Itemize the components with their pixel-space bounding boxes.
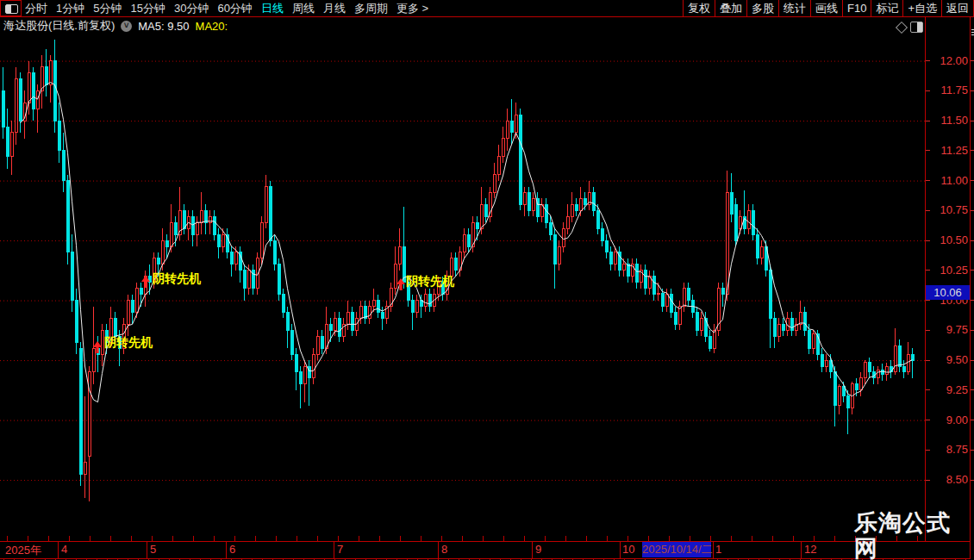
menu-item-分时[interactable]: 分时 (25, 0, 47, 16)
candle-body (846, 396, 849, 408)
week-tick (627, 536, 628, 541)
menu-item-月线[interactable]: 月线 (323, 0, 346, 16)
menu-item-更多 >[interactable]: 更多 > (396, 0, 428, 16)
candle-body (10, 133, 13, 157)
trading-app-window: 分时1分钟5分钟15分钟30分钟60分钟日线周线月线多周期更多 > 复权叠加多股… (0, 0, 974, 560)
candle-body (614, 252, 616, 264)
tool-button-叠加[interactable]: 叠加 (715, 0, 746, 16)
tool-button-返回[interactable]: 返回 (941, 0, 973, 16)
candle-body (622, 264, 625, 271)
candle-body (532, 198, 534, 210)
candle-body (709, 336, 711, 348)
candlestick-chart[interactable]: 阴转先机阴转先机阴转先机 (0, 34, 925, 511)
week-tick (214, 536, 215, 541)
candle-body (829, 360, 832, 372)
menu-bar: 分时1分钟5分钟15分钟30分钟60分钟日线周线月线多周期更多 > 复权叠加多股… (0, 0, 974, 17)
diamond-icon[interactable] (896, 22, 908, 34)
candle-body (747, 210, 750, 228)
price-tick (926, 60, 930, 61)
candle-body (463, 234, 465, 252)
tool-button-复权[interactable]: 复权 (683, 0, 715, 16)
menu-item-1分钟[interactable]: 1分钟 (56, 0, 84, 16)
time-axis-line (0, 541, 971, 542)
candle-body (782, 324, 784, 330)
month-label: 1 (715, 543, 721, 556)
candle-body (351, 312, 353, 330)
candle-body (790, 318, 793, 330)
tool-button-多股[interactable]: 多股 (746, 0, 778, 16)
week-tick (441, 536, 442, 541)
candle-body (687, 289, 690, 301)
candle-body (502, 139, 504, 157)
candle-body (484, 204, 487, 216)
chevron-down-icon[interactable]: ˅ (121, 21, 132, 32)
price-edge-tick (971, 300, 974, 301)
candle-body (273, 240, 276, 264)
candle-body (19, 78, 22, 121)
candle-body (183, 210, 185, 228)
window-layout-button[interactable] (0, 0, 22, 16)
candle-body (66, 181, 69, 252)
menu-item-30分钟[interactable]: 30分钟 (174, 0, 209, 16)
candle-body (6, 127, 9, 157)
tool-menu: 复权叠加多股统计画线F10标记+自选返回 (683, 0, 974, 16)
menu-item-日线[interactable]: 日线 (261, 0, 284, 16)
price-label: 10.25 (940, 264, 968, 277)
price-tick (926, 180, 930, 181)
candle-body (174, 222, 177, 234)
week-tick (379, 536, 380, 541)
menu-item-多周期[interactable]: 多周期 (354, 0, 388, 16)
price-edge-tick (971, 121, 974, 121)
price-tick (926, 270, 930, 271)
candle-body (157, 258, 159, 264)
candle-body (584, 198, 586, 204)
candle-body (670, 295, 672, 313)
candle-body (808, 330, 810, 348)
candle-body (799, 312, 802, 324)
stock-title: 海达股份(日线.前复权) (3, 18, 115, 34)
candle-body (92, 348, 95, 372)
candle-body (381, 312, 384, 318)
candle-body (79, 348, 82, 474)
price-label: 8.50 (946, 473, 968, 486)
tool-button-F10[interactable]: F10 (842, 0, 871, 16)
candle-body (114, 318, 116, 336)
menu-item-周线[interactable]: 周线 (292, 0, 315, 16)
week-tick (503, 536, 504, 541)
candle-body (696, 312, 698, 330)
candle-body (881, 370, 883, 375)
title-bar: 海达股份(日线.前复权) ˅ MA5: 9.50 MA20: (3, 18, 228, 34)
price-label: 10.50 (940, 233, 968, 246)
candle-body (497, 157, 500, 175)
price-tick (926, 450, 930, 451)
week-tick (896, 536, 897, 541)
week-tick (69, 536, 70, 541)
candle-body (329, 324, 332, 330)
candle-body (726, 192, 728, 294)
candle-body (592, 192, 595, 210)
week-tick (193, 536, 194, 541)
week-tick (317, 536, 318, 541)
tool-button-统计[interactable]: 统计 (778, 0, 810, 16)
week-tick (772, 536, 773, 541)
tool-button-+自选[interactable]: +自选 (902, 0, 941, 16)
candle-body (493, 175, 496, 193)
candle-body (566, 216, 569, 228)
month-separator (438, 541, 439, 558)
candle-body (480, 204, 483, 228)
menu-item-5分钟[interactable]: 5分钟 (93, 0, 122, 16)
menu-item-60分钟[interactable]: 60分钟 (217, 0, 252, 16)
candle-body (575, 204, 578, 210)
price-label: 9.25 (946, 383, 968, 396)
candle-body (803, 312, 806, 330)
week-tick (752, 536, 752, 541)
ma20-value: MA20: (196, 20, 228, 33)
split-pane-icon[interactable] (910, 22, 923, 33)
tool-button-画线[interactable]: 画线 (810, 0, 842, 16)
week-tick (462, 536, 463, 541)
week-tick (338, 536, 339, 541)
tool-button-标记[interactable]: 标记 (871, 0, 902, 16)
menu-item-15分钟[interactable]: 15分钟 (130, 0, 165, 16)
candle-body (627, 264, 629, 277)
candle-body (756, 234, 759, 258)
